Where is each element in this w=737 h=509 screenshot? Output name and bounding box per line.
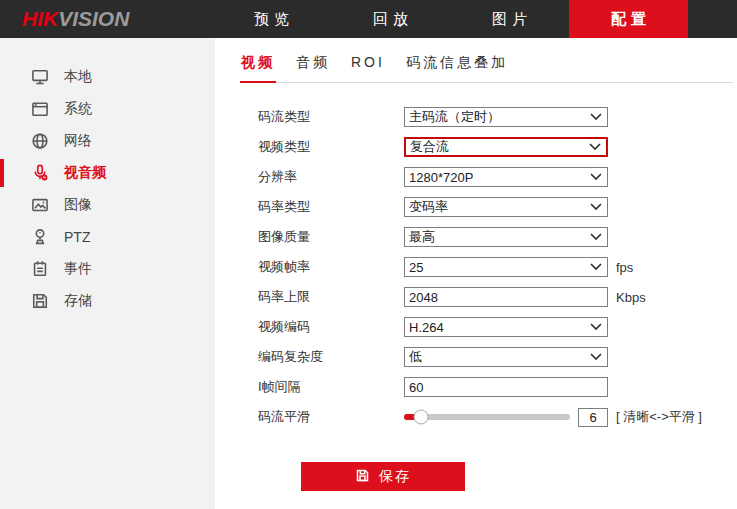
save-button-label: 保存 [379, 468, 411, 486]
content-panel: 视频 音频 ROI 码流信息叠加 码流类型 主码流（定时） 视频类型 复合流 [215, 38, 737, 509]
select-value: 最高 [409, 228, 435, 246]
max-bitrate-input[interactable] [404, 287, 608, 307]
unit-label-fps: fps [616, 260, 633, 275]
top-navigation: 预览 回放 图片 配置 [212, 0, 688, 38]
image-icon [29, 194, 51, 216]
sidebar-item-label: 视音频 [64, 164, 106, 182]
logo-text-gray: VISION [58, 7, 129, 31]
field-label: 码流类型 [258, 108, 404, 126]
chevron-down-icon [590, 203, 602, 211]
sidebar-item-label: 图像 [64, 196, 92, 214]
sidebar-item-label: 系统 [64, 100, 92, 118]
nav-configuration[interactable]: 配置 [569, 0, 688, 38]
chevron-down-icon [590, 353, 602, 361]
field-label: 图像质量 [258, 228, 404, 246]
save-icon [355, 468, 370, 486]
chevron-down-icon [590, 263, 602, 271]
select-value: 复合流 [410, 138, 449, 156]
nav-playback[interactable]: 回放 [331, 0, 450, 38]
tab-video[interactable]: 视频 [240, 52, 276, 83]
save-button[interactable]: 保存 [301, 462, 465, 491]
select-value: 低 [409, 348, 422, 366]
tab-bar: 视频 音频 ROI 码流信息叠加 [240, 52, 733, 83]
ptz-camera-icon [29, 226, 51, 248]
form-row-resolution: 分辨率 1280*720P [258, 162, 737, 192]
field-label: 视频帧率 [258, 258, 404, 276]
nav-picture[interactable]: 图片 [450, 0, 569, 38]
field-label: 码流平滑 [258, 408, 404, 426]
form-row-iframe-interval: I帧间隔 [258, 372, 737, 402]
tab-audio[interactable]: 音频 [295, 52, 331, 82]
sidebar: 本地 系统 网络 视音频 图像 [0, 38, 215, 509]
form-row-frame-rate: 视频帧率 25 fps [258, 252, 737, 282]
nav-preview[interactable]: 预览 [212, 0, 331, 38]
tab-roi[interactable]: ROI [350, 52, 386, 82]
select-value: 变码率 [409, 198, 448, 216]
sidebar-item-image[interactable]: 图像 [0, 189, 215, 221]
form-row-bitrate-type: 码率类型 变码率 [258, 192, 737, 222]
sidebar-item-label: 事件 [64, 260, 92, 278]
sidebar-item-label: PTZ [64, 229, 90, 245]
slider-thumb[interactable] [413, 410, 428, 425]
clear-smooth-hint-label: [ 清晰<->平滑 ] [616, 408, 702, 426]
select-value: 主码流（定时） [409, 108, 500, 126]
form-row-stream-smoothing: 码流平滑 [ 清晰<->平滑 ] [258, 402, 737, 432]
tab-stream-info-overlay[interactable]: 码流信息叠加 [405, 52, 509, 82]
bitrate-type-select[interactable]: 变码率 [404, 197, 608, 217]
field-label: 码率上限 [258, 288, 404, 306]
video-type-select[interactable]: 复合流 [404, 137, 608, 157]
image-quality-select[interactable]: 最高 [404, 227, 608, 247]
microphone-icon [29, 162, 51, 184]
chevron-down-icon [590, 323, 602, 331]
form-row-video-encoding: 视频编码 H.264 [258, 312, 737, 342]
globe-icon [29, 130, 51, 152]
monitor-icon [29, 66, 51, 88]
video-encoding-select[interactable]: H.264 [404, 317, 608, 337]
smoothing-value-input[interactable] [578, 408, 608, 427]
field-label: 编码复杂度 [258, 348, 404, 366]
hikvision-logo: HIKVISION [0, 0, 212, 38]
form-row-encoding-complexity: 编码复杂度 低 [258, 342, 737, 372]
stream-type-select[interactable]: 主码流（定时） [404, 107, 608, 127]
slider-track[interactable] [404, 414, 570, 420]
field-label: I帧间隔 [258, 378, 404, 396]
iframe-interval-input[interactable] [404, 377, 608, 397]
sidebar-item-video-audio[interactable]: 视音频 [0, 157, 215, 189]
select-value: 1280*720P [409, 170, 473, 185]
encoding-complexity-select[interactable]: 低 [404, 347, 608, 367]
sidebar-item-ptz[interactable]: PTZ [0, 221, 215, 253]
select-value: H.264 [409, 320, 444, 335]
sidebar-item-network[interactable]: 网络 [0, 125, 215, 157]
sidebar-item-local[interactable]: 本地 [0, 61, 215, 93]
smoothing-slider[interactable] [404, 407, 570, 427]
field-label: 视频类型 [258, 138, 404, 156]
sidebar-item-label: 存储 [64, 292, 92, 310]
video-settings-form: 码流类型 主码流（定时） 视频类型 复合流 分辨率 1280*720P [258, 102, 737, 491]
chevron-down-icon [589, 143, 601, 151]
form-row-video-type: 视频类型 复合流 [258, 132, 737, 162]
sidebar-item-label: 本地 [64, 68, 92, 86]
chevron-down-icon [590, 233, 602, 241]
form-row-image-quality: 图像质量 最高 [258, 222, 737, 252]
sidebar-item-storage[interactable]: 存储 [0, 285, 215, 317]
logo-text-red: HIK [22, 7, 58, 31]
field-label: 分辨率 [258, 168, 404, 186]
floppy-disk-icon [29, 290, 51, 312]
resolution-select[interactable]: 1280*720P [404, 167, 608, 187]
top-bar: HIKVISION 预览 回放 图片 配置 [0, 0, 737, 38]
sidebar-item-event[interactable]: 事件 [0, 253, 215, 285]
frame-rate-select[interactable]: 25 [404, 257, 608, 277]
chevron-down-icon [590, 173, 602, 181]
sidebar-item-label: 网络 [64, 132, 92, 150]
main-area: 本地 系统 网络 视音频 图像 [0, 38, 737, 509]
select-value: 25 [409, 260, 423, 275]
form-row-max-bitrate: 码率上限 Kbps [258, 282, 737, 312]
sidebar-item-system[interactable]: 系统 [0, 93, 215, 125]
form-row-stream-type: 码流类型 主码流（定时） [258, 102, 737, 132]
field-label: 视频编码 [258, 318, 404, 336]
field-label: 码率类型 [258, 198, 404, 216]
chevron-down-icon [590, 113, 602, 121]
window-icon [29, 98, 51, 120]
notepad-icon [29, 258, 51, 280]
unit-label-kbps: Kbps [616, 290, 646, 305]
